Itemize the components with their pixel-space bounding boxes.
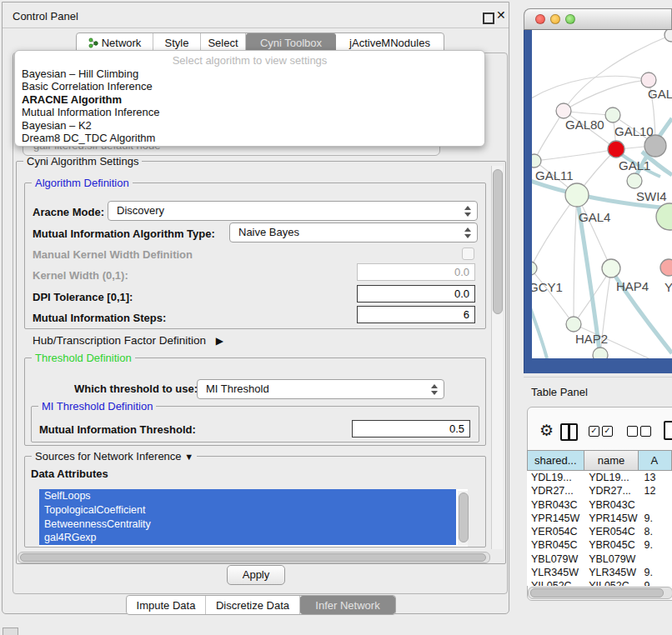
- node[interactable]: [664, 30, 672, 42]
- node-gal[interactable]: [641, 72, 656, 88]
- mi-type-combobox[interactable]: Naive Bayes: [229, 222, 478, 242]
- node-gal11[interactable]: [532, 154, 541, 168]
- checkbox-unchecked-icon[interactable]: [640, 426, 651, 437]
- node-bottom[interactable]: [593, 348, 608, 358]
- manual-kernel-checkbox[interactable]: [462, 248, 474, 260]
- tab-infer-network[interactable]: Infer Network: [300, 596, 395, 614]
- cell[interactable]: YBR045C: [527, 538, 584, 552]
- cell[interactable]: YDL19...: [584, 471, 639, 484]
- mi-threshold-group-title: MI Threshold Definition: [38, 400, 156, 412]
- node-salmon[interactable]: [660, 259, 672, 276]
- gear-icon[interactable]: ⚙: [539, 421, 554, 440]
- cell[interactable]: 9.: [640, 579, 672, 586]
- panel-divider: [524, 377, 672, 378]
- node-hap4[interactable]: [602, 259, 620, 278]
- checkbox-checked-icon[interactable]: ✓: [589, 426, 599, 437]
- attribute-item[interactable]: BetweennessCentrality: [39, 518, 456, 532]
- node-gal80[interactable]: [556, 103, 571, 118]
- algorithm-option-selected[interactable]: ARACNE Algorithm: [15, 93, 484, 106]
- mac-close-button[interactable]: [535, 14, 545, 24]
- cell[interactable]: [640, 552, 672, 566]
- dpi-tolerance-field[interactable]: 0.0: [357, 285, 475, 302]
- cell[interactable]: 13: [640, 471, 672, 484]
- table-row[interactable]: YBL079W YBL079W: [527, 552, 672, 566]
- cell[interactable]: YBL079W: [527, 552, 584, 566]
- apply-button[interactable]: Apply: [227, 565, 285, 585]
- cell[interactable]: YDL19...: [527, 471, 584, 484]
- tab-discretize-data[interactable]: Discretize Data: [206, 596, 300, 614]
- cell[interactable]: YBR043C: [584, 498, 639, 512]
- attributes-scrollbar[interactable]: [458, 491, 468, 546]
- settings-vertical-scrollbar-thumb[interactable]: [493, 169, 503, 314]
- close-icon[interactable]: ✕: [496, 8, 506, 22]
- aracne-mode-combobox[interactable]: Discovery: [108, 201, 478, 221]
- cell[interactable]: YDR27...: [584, 484, 639, 498]
- attributes-scrollbar-thumb[interactable]: [459, 492, 469, 542]
- tab-impute-data[interactable]: Impute Data: [127, 596, 206, 614]
- table-row[interactable]: YER054C YER054C 8.: [527, 525, 672, 538]
- cell[interactable]: 9.: [640, 538, 672, 552]
- algorithm-option[interactable]: Mutual Information Inference: [15, 106, 484, 118]
- table-horizontal-scrollbar[interactable]: [528, 587, 672, 599]
- algorithm-option[interactable]: Dream8 DC_TDC Algorithm: [15, 132, 484, 144]
- cell[interactable]: 9.: [640, 566, 672, 579]
- cell[interactable]: YLR345W: [527, 566, 584, 579]
- network-window-titlebar[interactable]: [524, 8, 672, 30]
- document-icon[interactable]: [664, 421, 672, 440]
- table-row[interactable]: YIL052C YIL052C 9.: [527, 579, 672, 586]
- node-gal10[interactable]: [605, 108, 620, 122]
- cell[interactable]: YIL052C: [527, 579, 584, 586]
- settings-horizontal-scrollbar[interactable]: [18, 552, 490, 563]
- column-header-name[interactable]: name: [584, 450, 639, 471]
- algorithm-option[interactable]: Bayesian – K2: [15, 119, 484, 132]
- columns-icon[interactable]: [560, 423, 578, 441]
- which-threshold-combobox[interactable]: MI Threshold: [197, 379, 444, 399]
- cell[interactable]: YPR145W: [584, 512, 639, 525]
- cell[interactable]: [640, 498, 672, 512]
- table-row[interactable]: YDR27... YDR27... 12: [527, 484, 672, 498]
- cell[interactable]: YER054C: [527, 525, 584, 538]
- attribute-item[interactable]: gal4RGexp: [39, 531, 456, 545]
- node-gcy1[interactable]: [532, 262, 537, 275]
- table-row[interactable]: YPR145W YPR145W 9.: [527, 512, 672, 525]
- cell[interactable]: YBL079W: [584, 552, 639, 566]
- column-header-partial[interactable]: A: [639, 450, 672, 471]
- cell[interactable]: YPR145W: [527, 512, 584, 525]
- settings-vertical-scrollbar[interactable]: [491, 166, 503, 549]
- cell[interactable]: YBR045C: [584, 538, 639, 552]
- mi-steps-field[interactable]: 6: [357, 306, 475, 323]
- cell[interactable]: YBR043C: [527, 498, 584, 512]
- attribute-item[interactable]: SelfLoops: [39, 489, 456, 503]
- node-gal1[interactable]: [608, 141, 624, 158]
- cell[interactable]: YIL052C: [584, 579, 639, 586]
- mi-threshold-field[interactable]: 0.5: [352, 420, 470, 438]
- table-row[interactable]: YBR045C YBR045C 9.: [527, 538, 672, 552]
- checkbox-unchecked-icon[interactable]: [627, 426, 638, 437]
- node-label: GAL11: [535, 168, 574, 182]
- algorithm-option[interactable]: Basic Correlation Inference: [15, 80, 484, 92]
- network-canvas[interactable]: GAL GAL80 GAL10 GAL1 GAL11 SWI4 GAL4 GCY…: [532, 30, 672, 358]
- table-row[interactable]: YDL19... YDL19... 13: [527, 471, 672, 484]
- node-gal4[interactable]: [565, 183, 589, 207]
- settings-horizontal-scrollbar-thumb[interactable]: [20, 553, 486, 562]
- table-row[interactable]: YLR345W YLR345W 9.: [527, 566, 672, 579]
- table-row[interactable]: YBR043C YBR043C: [527, 498, 672, 512]
- cell[interactable]: YLR345W: [584, 566, 639, 579]
- mac-zoom-button[interactable]: [565, 14, 575, 24]
- node-hap2[interactable]: [566, 317, 581, 332]
- cell[interactable]: 12: [640, 484, 672, 498]
- cell[interactable]: 8.: [640, 525, 672, 538]
- algorithm-option[interactable]: Bayesian – Hill Climbing: [15, 68, 484, 80]
- node-swi4[interactable]: [627, 173, 642, 188]
- checkbox-checked-icon[interactable]: ✓: [602, 426, 613, 437]
- table-horizontal-scrollbar-thumb[interactable]: [530, 588, 664, 598]
- column-header-shared-name[interactable]: shared...: [527, 450, 584, 471]
- kernel-width-field[interactable]: 0.0: [357, 263, 475, 281]
- float-window-icon[interactable]: [483, 12, 494, 24]
- hub-definition-toggle[interactable]: Hub/Transcription Factor Definition ▶: [33, 334, 223, 347]
- cell[interactable]: 9.: [640, 512, 672, 525]
- cell[interactable]: YDR27...: [527, 484, 584, 498]
- cell[interactable]: YER054C: [584, 525, 639, 538]
- mac-minimize-button[interactable]: [550, 14, 560, 24]
- attribute-item[interactable]: TopologicalCoefficient: [39, 503, 456, 518]
